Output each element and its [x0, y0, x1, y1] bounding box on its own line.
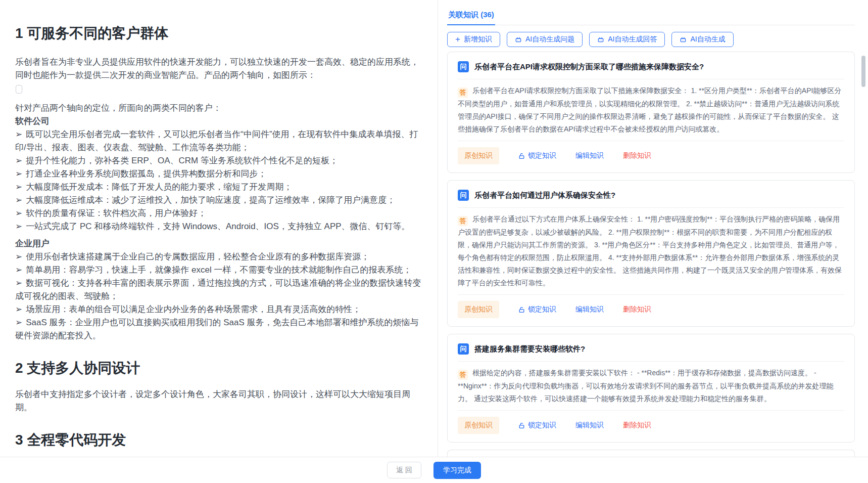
- doc-bullet: ➢大幅度降低运维成本：减少了运维投入，加快了响应速度，提高了运维效率，保障了用户…: [15, 194, 423, 207]
- doc-subheading-enterprise: 企业用户: [15, 237, 423, 250]
- add-knowledge-label: 新增知识: [464, 35, 492, 44]
- card-actions: 原创知识 锁定知识 编辑知识 删除知识: [458, 417, 844, 434]
- answer-badge: 答: [458, 87, 468, 98]
- add-knowledge-button[interactable]: + 新增知识: [447, 32, 500, 47]
- delete-knowledge-button[interactable]: 删除知识: [623, 421, 651, 430]
- doc-heading-1: 1 可服务不同的客户群体: [15, 25, 423, 41]
- unlock-icon: [518, 306, 525, 313]
- lock-knowledge-button[interactable]: 锁定知识: [518, 421, 556, 430]
- unlock-icon: [518, 422, 525, 429]
- answer-text: 根据给定的内容，搭建服务集群需要安装以下软件： - **Redis**：用于缓存…: [458, 369, 834, 403]
- delete-knowledge-button[interactable]: 删除知识: [623, 151, 651, 160]
- bullet-text: SaaS 服务：企业用户也可以直接购买或租用我们的 SaaS 服务，免去自己本地…: [15, 318, 419, 340]
- arrow-bullet-icon: ➢: [15, 208, 22, 218]
- answer-badge: 答: [458, 370, 468, 380]
- knowledge-panel: 关联知识 (36) + 新增知识 AI自动生成问题 AI自动生成回答 AI自动生…: [438, 0, 868, 457]
- tab-related-knowledge[interactable]: 关联知识 (36): [447, 6, 495, 25]
- bullet-text: 一站式完成了 PC 和移动终端软件，支持 Windows、Android、IOS…: [26, 222, 410, 231]
- doc-heading-2: 2 支持多人协同设计: [15, 360, 423, 377]
- lock-knowledge-label: 锁定知识: [528, 305, 556, 314]
- panel-toolbar: + 新增知识 AI自动生成问题 AI自动生成回答 AI自动生成: [447, 32, 855, 47]
- finish-learning-button[interactable]: 学习完成: [433, 462, 481, 479]
- arrow-bullet-icon: ➢: [15, 156, 22, 165]
- answer-badge: 答: [458, 216, 468, 226]
- knowledge-card: 问 乐创者平台如何通过用户体系确保安全性? 答乐创者平台通过以下方式在用户体系上…: [447, 180, 855, 327]
- arrow-bullet-icon: ➢: [15, 304, 22, 314]
- answer-row: 答根据给定的内容，搭建服务集群需要安装以下软件： - **Redis**：用于缓…: [458, 367, 844, 405]
- bullet-text: 数据可视化：支持各种丰富的图表展示界面，通过拖拉拽的方式，可以迅速准确的将企业的…: [15, 278, 421, 301]
- doc-bullet: ➢大幅度降低开发成本：降低了开发人员的能力要求，缩短了开发周期；: [15, 181, 423, 194]
- question-row: 问 搭建服务集群需要安装哪些软件?: [458, 342, 844, 356]
- unlock-icon: [518, 153, 525, 159]
- answer-row: 答乐创者平台在API请求权限控制方面采取了以下措施来保障数据安全： 1. **区…: [458, 84, 844, 136]
- main-layout: 1 可服务不同的客户群体 乐创者旨在为非专业人员提供应用软件的快速开发能力，可以…: [0, 0, 868, 457]
- doc-bullet: ➢软件的质量有保证：软件档次高，用户体验好；: [15, 207, 423, 220]
- arrow-bullet-icon: ➢: [15, 278, 22, 288]
- arrow-bullet-icon: ➢: [15, 169, 22, 179]
- doc-bullet: ➢既可以完全用乐创者完成一套软件，又可以把乐创者当作“中间件”使用，在现有软件中…: [15, 128, 423, 154]
- ai-generate-question-button[interactable]: AI自动生成问题: [507, 32, 583, 47]
- edit-knowledge-button[interactable]: 编辑知识: [575, 305, 604, 314]
- question-badge: 问: [458, 343, 469, 355]
- bullet-text: 大幅度降低运维成本：减少了运维投入，加快了响应速度，提高了运维效率，保障了用户满…: [26, 195, 395, 205]
- document-pane: 1 可服务不同的客户群体 乐创者旨在为非专业人员提供应用软件的快速开发能力，可以…: [0, 0, 438, 457]
- origin-knowledge-badge: 原创知识: [458, 147, 499, 164]
- arrow-bullet-icon: ➢: [15, 222, 22, 231]
- doc-bullet: ➢SaaS 服务：企业用户也可以直接购买或租用我们的 SaaS 服务，免去自己本…: [15, 316, 423, 342]
- doc-subheading-software: 软件公司: [15, 115, 423, 128]
- arrow-bullet-icon: ➢: [15, 182, 22, 192]
- answer-text: 乐创者平台在API请求权限控制方面采取了以下措施来保障数据安全： 1. **区分…: [458, 86, 841, 133]
- question-badge: 问: [458, 61, 469, 72]
- panel-tabbar: 关联知识 (36): [447, 6, 855, 25]
- doc-bullet: ➢一站式完成了 PC 和移动终端软件，支持 Windows、Android、IO…: [15, 220, 423, 233]
- back-button[interactable]: 返 回: [387, 462, 421, 478]
- divider: [458, 207, 844, 208]
- plus-icon: +: [455, 35, 460, 43]
- bullet-text: 场景应用：表单的组合可以满足企业内外业务的各种场景需求，且具有灵活高效的特性；: [26, 304, 361, 314]
- bullet-text: 软件的质量有保证：软件档次高，用户体验好；: [26, 208, 206, 218]
- card-actions: 原创知识 锁定知识 编辑知识 删除知识: [458, 147, 844, 164]
- answer-text: 乐创者平台通过以下方式在用户体系上确保安全性： 1. **用户密码强度控制**：…: [458, 215, 842, 287]
- doc-bullet: ➢使用乐创者快速搭建属于企业自己的专属数据应用，轻松整合企业原有的多种数据库资源…: [15, 250, 423, 264]
- bullet-text: 大幅度降低开发成本：降低了开发人员的能力要求，缩短了开发周期；: [26, 182, 292, 192]
- question-row: 问 乐创者平台在API请求权限控制方面采取了哪些措施来保障数据安全?: [458, 60, 844, 74]
- doc-intro-paragraph: 乐创者旨在为非专业人员提供应用软件的快速开发能力，可以独立快速的开发一套高效、稳…: [15, 56, 423, 82]
- question-text: 乐创者平台如何通过用户体系确保安全性?: [474, 191, 615, 200]
- doc-paragraph: 针对产品两个轴向的定位，所面向的两类不同的客户：: [15, 102, 423, 115]
- origin-knowledge-badge: 原创知识: [458, 301, 499, 318]
- arrow-bullet-icon: ➢: [15, 265, 22, 275]
- broken-image-placeholder-icon: [16, 85, 22, 94]
- answer-row: 答乐创者平台通过以下方式在用户体系上确保安全性： 1. **用户密码强度控制**…: [458, 213, 844, 289]
- edit-knowledge-button[interactable]: 编辑知识: [575, 151, 604, 160]
- ai-generate-answer-label: AI自动生成回答: [608, 35, 657, 44]
- ai-generate-button[interactable]: AI自动生成: [671, 32, 733, 47]
- question-text: 搭建服务集群需要安装哪些软件?: [474, 344, 585, 354]
- card-actions: 原创知识 锁定知识 编辑知识 删除知识: [458, 301, 844, 318]
- bullet-text: 既可以完全用乐创者完成一套软件，又可以把乐创者当作“中间件”使用，在现有软件中集…: [15, 129, 418, 152]
- origin-knowledge-badge: 原创知识: [458, 417, 499, 434]
- doc-bullet: ➢场景应用：表单的组合可以满足企业内外业务的各种场景需求，且具有灵活高效的特性；: [15, 303, 423, 316]
- bullet-text: 打通企业各种业务系统间数据孤岛，提供异构数据分析和同步；: [26, 169, 266, 179]
- ai-generate-answer-button[interactable]: AI自动生成回答: [589, 32, 665, 47]
- doc-bullet: ➢数据可视化：支持各种丰富的图表展示界面，通过拖拉拽的方式，可以迅速准确的将企业…: [15, 277, 423, 303]
- lock-knowledge-button[interactable]: 锁定知识: [518, 151, 556, 160]
- ai-robot-icon: [597, 36, 604, 43]
- ai-robot-icon: [515, 36, 522, 43]
- delete-knowledge-button[interactable]: 删除知识: [623, 305, 651, 314]
- arrow-bullet-icon: ➢: [15, 318, 22, 327]
- ai-generate-question-label: AI自动生成问题: [525, 35, 574, 44]
- bullet-text: 提升个性化能力，弥补各类 ERP、OA、CRM 等业务系统软件个性化不足的短板；: [26, 156, 338, 165]
- edit-knowledge-button[interactable]: 编辑知识: [575, 421, 604, 430]
- question-row: 问 乐创者平台如何通过用户体系确保安全性?: [458, 189, 844, 202]
- footer-bar: 返 回 学习完成: [0, 457, 868, 483]
- doc-bullet: ➢简单易用：容易学习，快速上手，就像操作 excel 一样，不需要专业的技术就能…: [15, 264, 423, 277]
- lock-knowledge-button[interactable]: 锁定知识: [518, 305, 556, 314]
- question-text: 乐创者平台在API请求权限控制方面采取了哪些措施来保障数据安全?: [474, 62, 704, 72]
- arrow-bullet-icon: ➢: [15, 195, 22, 205]
- doc-paragraph: 乐创者中支持指定多个设计者，设定多个设计角色，大家各司其职，协同设计，这样可以大…: [15, 388, 423, 414]
- ai-robot-icon: [680, 36, 687, 43]
- panel-scrollbar-thumb[interactable]: [861, 56, 865, 87]
- doc-bullet: ➢提升个性化能力，弥补各类 ERP、OA、CRM 等业务系统软件个性化不足的短板…: [15, 154, 423, 167]
- lock-knowledge-label: 锁定知识: [528, 151, 556, 160]
- doc-bullet: ➢打通企业各种业务系统间数据孤岛，提供异构数据分析和同步；: [15, 167, 423, 181]
